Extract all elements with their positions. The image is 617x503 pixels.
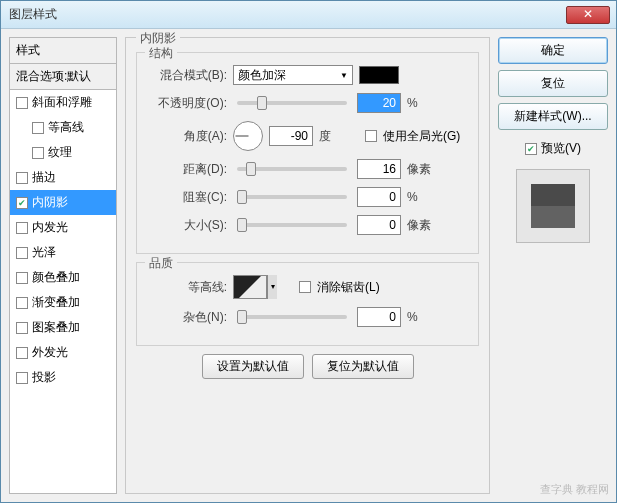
style-label: 投影	[32, 369, 56, 386]
style-label: 颜色叠加	[32, 269, 80, 286]
global-light-checkbox[interactable]	[365, 130, 377, 142]
style-label: 渐变叠加	[32, 294, 80, 311]
style-label: 纹理	[48, 144, 72, 161]
style-item[interactable]: 渐变叠加	[10, 290, 116, 315]
size-label: 大小(S):	[147, 217, 227, 234]
watermark: 查字典 教程网	[540, 482, 609, 497]
style-label: 内阴影	[32, 194, 68, 211]
contour-swatch	[233, 275, 267, 299]
distance-unit: 像素	[407, 161, 447, 178]
chevron-down-icon: ▼	[340, 71, 348, 80]
style-checkbox[interactable]	[16, 272, 28, 284]
shadow-color-swatch[interactable]	[359, 66, 399, 84]
angle-input[interactable]: -90	[269, 126, 313, 146]
opacity-slider[interactable]	[237, 101, 347, 105]
window-title: 图层样式	[7, 6, 566, 23]
style-checkbox[interactable]	[16, 197, 28, 209]
styles-panel: 样式 混合选项:默认 斜面和浮雕等高线纹理描边内阴影内发光光泽颜色叠加渐变叠加图…	[9, 37, 117, 494]
set-default-button[interactable]: 设置为默认值	[202, 354, 304, 379]
preview-checkbox[interactable]	[525, 143, 537, 155]
style-checkbox[interactable]	[16, 372, 28, 384]
size-unit: 像素	[407, 217, 447, 234]
noise-input[interactable]: 0	[357, 307, 401, 327]
size-slider[interactable]	[237, 223, 347, 227]
global-light-label: 使用全局光(G)	[383, 128, 460, 145]
style-item[interactable]: 纹理	[10, 140, 116, 165]
style-checkbox[interactable]	[16, 297, 28, 309]
choke-input[interactable]: 0	[357, 187, 401, 207]
blend-mode-select[interactable]: 颜色加深 ▼	[233, 65, 353, 85]
opacity-input[interactable]: 20	[357, 93, 401, 113]
opacity-unit: %	[407, 96, 447, 110]
style-checkbox[interactable]	[32, 147, 44, 159]
settings-panel: 内阴影 结构 混合模式(B): 颜色加深 ▼ 不透明度(O):	[125, 37, 490, 494]
style-item[interactable]: 等高线	[10, 115, 116, 140]
reset-button[interactable]: 复位	[498, 70, 608, 97]
close-button[interactable]: ✕	[566, 6, 610, 24]
style-label: 内发光	[32, 219, 68, 236]
style-item[interactable]: 内阴影	[10, 190, 116, 215]
style-checkbox[interactable]	[16, 347, 28, 359]
style-item[interactable]: 光泽	[10, 240, 116, 265]
style-checkbox[interactable]	[16, 247, 28, 259]
new-style-button[interactable]: 新建样式(W)...	[498, 103, 608, 130]
style-checkbox[interactable]	[16, 322, 28, 334]
noise-label: 杂色(N):	[147, 309, 227, 326]
blend-mode-label: 混合模式(B):	[147, 67, 227, 84]
style-label: 图案叠加	[32, 319, 80, 336]
style-item[interactable]: 颜色叠加	[10, 265, 116, 290]
styles-header[interactable]: 样式	[9, 37, 117, 63]
choke-unit: %	[407, 190, 447, 204]
preview-swatch	[531, 184, 575, 228]
style-item[interactable]: 斜面和浮雕	[10, 90, 116, 115]
size-input[interactable]: 0	[357, 215, 401, 235]
preview-box	[516, 169, 590, 243]
distance-label: 距离(D):	[147, 161, 227, 178]
style-item[interactable]: 描边	[10, 165, 116, 190]
blend-options-header[interactable]: 混合选项:默认	[9, 63, 117, 89]
preview-label: 预览(V)	[541, 140, 581, 157]
style-checkbox[interactable]	[32, 122, 44, 134]
quality-legend: 品质	[145, 255, 177, 272]
style-checkbox[interactable]	[16, 172, 28, 184]
action-panel: 确定 复位 新建样式(W)... 预览(V)	[498, 37, 608, 494]
structure-group: 结构 混合模式(B): 颜色加深 ▼ 不透明度(O): 20 %	[136, 52, 479, 254]
chevron-down-icon: ▾	[267, 275, 277, 299]
style-label: 等高线	[48, 119, 84, 136]
reset-default-button[interactable]: 复位为默认值	[312, 354, 414, 379]
distance-slider[interactable]	[237, 167, 347, 171]
contour-label: 等高线:	[147, 279, 227, 296]
angle-label: 角度(A):	[147, 128, 227, 145]
angle-unit: 度	[319, 128, 359, 145]
structure-legend: 结构	[145, 45, 177, 62]
style-label: 斜面和浮雕	[32, 94, 92, 111]
ok-button[interactable]: 确定	[498, 37, 608, 64]
distance-input[interactable]: 16	[357, 159, 401, 179]
antialias-checkbox[interactable]	[299, 281, 311, 293]
style-label: 外发光	[32, 344, 68, 361]
opacity-label: 不透明度(O):	[147, 95, 227, 112]
style-checkbox[interactable]	[16, 97, 28, 109]
style-item[interactable]: 图案叠加	[10, 315, 116, 340]
style-label: 光泽	[32, 244, 56, 261]
titlebar[interactable]: 图层样式 ✕	[1, 1, 616, 29]
styles-list: 斜面和浮雕等高线纹理描边内阴影内发光光泽颜色叠加渐变叠加图案叠加外发光投影	[9, 89, 117, 494]
layer-style-dialog: 图层样式 ✕ 样式 混合选项:默认 斜面和浮雕等高线纹理描边内阴影内发光光泽颜色…	[0, 0, 617, 503]
style-item[interactable]: 投影	[10, 365, 116, 390]
style-label: 描边	[32, 169, 56, 186]
quality-group: 品质 等高线: ▾ 消除锯齿(L) 杂色(N):	[136, 262, 479, 346]
blend-mode-value: 颜色加深	[238, 67, 286, 84]
contour-picker[interactable]: ▾	[233, 275, 277, 299]
style-item[interactable]: 外发光	[10, 340, 116, 365]
choke-slider[interactable]	[237, 195, 347, 199]
noise-slider[interactable]	[237, 315, 347, 319]
noise-unit: %	[407, 310, 447, 324]
style-item[interactable]: 内发光	[10, 215, 116, 240]
angle-dial[interactable]	[233, 121, 263, 151]
choke-label: 阻塞(C):	[147, 189, 227, 206]
style-checkbox[interactable]	[16, 222, 28, 234]
antialias-label: 消除锯齿(L)	[317, 279, 380, 296]
